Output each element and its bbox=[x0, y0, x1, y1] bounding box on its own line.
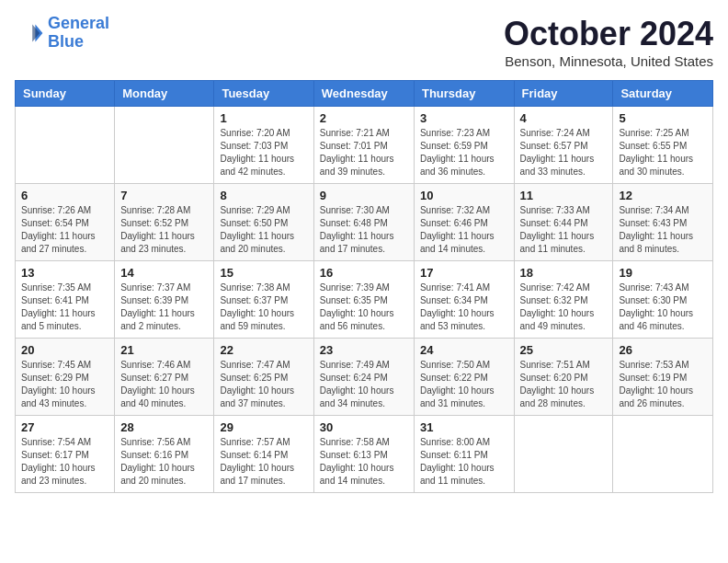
calendar-cell: 24Sunrise: 7:50 AM Sunset: 6:22 PM Dayli… bbox=[414, 339, 514, 416]
cell-info: Sunrise: 7:34 AM Sunset: 6:43 PM Dayligh… bbox=[619, 204, 707, 256]
calendar-cell: 11Sunrise: 7:33 AM Sunset: 6:44 PM Dayli… bbox=[514, 184, 613, 261]
cell-info: Sunrise: 7:39 AM Sunset: 6:35 PM Dayligh… bbox=[320, 282, 408, 333]
logo: General Blue bbox=[15, 15, 109, 52]
day-number: 31 bbox=[420, 420, 508, 434]
day-number: 3 bbox=[420, 111, 508, 125]
cell-info: Sunrise: 8:00 AM Sunset: 6:11 PM Dayligh… bbox=[420, 436, 508, 488]
calendar-week-row: 20Sunrise: 7:45 AM Sunset: 6:29 PM Dayli… bbox=[16, 339, 713, 416]
day-number: 15 bbox=[220, 266, 307, 280]
logo-line1: General bbox=[48, 14, 109, 32]
calendar-cell: 30Sunrise: 7:58 AM Sunset: 6:13 PM Dayli… bbox=[313, 416, 414, 493]
calendar-cell: 21Sunrise: 7:46 AM Sunset: 6:27 PM Dayli… bbox=[115, 339, 214, 416]
cell-info: Sunrise: 7:46 AM Sunset: 6:27 PM Dayligh… bbox=[120, 359, 208, 410]
cell-info: Sunrise: 7:43 AM Sunset: 6:30 PM Dayligh… bbox=[619, 282, 707, 333]
calendar-cell: 20Sunrise: 7:45 AM Sunset: 6:29 PM Dayli… bbox=[16, 339, 115, 416]
weekday-header: Monday bbox=[115, 81, 214, 107]
day-number: 23 bbox=[320, 343, 408, 357]
title-block: October 2024 Benson, Minnesota, United S… bbox=[504, 15, 713, 69]
cell-info: Sunrise: 7:42 AM Sunset: 6:32 PM Dayligh… bbox=[520, 282, 608, 333]
calendar-cell: 4Sunrise: 7:24 AM Sunset: 6:57 PM Daylig… bbox=[514, 107, 613, 184]
calendar-cell: 25Sunrise: 7:51 AM Sunset: 6:20 PM Dayli… bbox=[514, 339, 613, 416]
cell-info: Sunrise: 7:24 AM Sunset: 6:57 PM Dayligh… bbox=[520, 127, 608, 178]
cell-info: Sunrise: 7:21 AM Sunset: 7:01 PM Dayligh… bbox=[320, 127, 408, 178]
cell-info: Sunrise: 7:20 AM Sunset: 7:03 PM Dayligh… bbox=[220, 127, 307, 178]
cell-info: Sunrise: 7:33 AM Sunset: 6:44 PM Dayligh… bbox=[520, 204, 608, 256]
cell-info: Sunrise: 7:26 AM Sunset: 6:54 PM Dayligh… bbox=[21, 204, 108, 256]
day-number: 18 bbox=[520, 266, 608, 280]
day-number: 24 bbox=[420, 343, 508, 357]
cell-info: Sunrise: 7:45 AM Sunset: 6:29 PM Dayligh… bbox=[21, 359, 108, 410]
calendar-cell: 14Sunrise: 7:37 AM Sunset: 6:39 PM Dayli… bbox=[115, 261, 214, 339]
cell-info: Sunrise: 7:30 AM Sunset: 6:48 PM Dayligh… bbox=[320, 204, 408, 256]
calendar-header-row: SundayMondayTuesdayWednesdayThursdayFrid… bbox=[16, 81, 713, 107]
cell-info: Sunrise: 7:57 AM Sunset: 6:14 PM Dayligh… bbox=[220, 436, 307, 488]
location: Benson, Minnesota, United States bbox=[504, 53, 713, 69]
calendar-cell: 28Sunrise: 7:56 AM Sunset: 6:16 PM Dayli… bbox=[115, 416, 214, 493]
day-number: 10 bbox=[420, 189, 508, 202]
calendar-cell: 29Sunrise: 7:57 AM Sunset: 6:14 PM Dayli… bbox=[214, 416, 313, 493]
calendar-week-row: 13Sunrise: 7:35 AM Sunset: 6:41 PM Dayli… bbox=[16, 261, 713, 339]
day-number: 21 bbox=[120, 343, 208, 357]
cell-info: Sunrise: 7:49 AM Sunset: 6:24 PM Dayligh… bbox=[320, 359, 408, 410]
day-number: 6 bbox=[21, 189, 108, 202]
cell-info: Sunrise: 7:58 AM Sunset: 6:13 PM Dayligh… bbox=[320, 436, 408, 488]
day-number: 19 bbox=[619, 266, 707, 280]
calendar-cell: 1Sunrise: 7:20 AM Sunset: 7:03 PM Daylig… bbox=[214, 107, 313, 184]
cell-info: Sunrise: 7:25 AM Sunset: 6:55 PM Dayligh… bbox=[619, 127, 707, 178]
calendar-cell: 16Sunrise: 7:39 AM Sunset: 6:35 PM Dayli… bbox=[313, 261, 414, 339]
calendar-cell: 31Sunrise: 8:00 AM Sunset: 6:11 PM Dayli… bbox=[414, 416, 514, 493]
calendar-cell: 10Sunrise: 7:32 AM Sunset: 6:46 PM Dayli… bbox=[414, 184, 514, 261]
weekday-header: Friday bbox=[514, 81, 613, 107]
weekday-header: Tuesday bbox=[214, 81, 313, 107]
weekday-header: Thursday bbox=[414, 81, 514, 107]
weekday-header: Saturday bbox=[613, 81, 713, 107]
day-number: 30 bbox=[320, 420, 408, 434]
calendar-cell: 13Sunrise: 7:35 AM Sunset: 6:41 PM Dayli… bbox=[16, 261, 115, 339]
day-number: 7 bbox=[120, 189, 208, 202]
day-number: 16 bbox=[320, 266, 408, 280]
month-title: October 2024 bbox=[504, 15, 713, 53]
day-number: 1 bbox=[220, 111, 307, 125]
calendar-cell bbox=[613, 416, 713, 493]
logo-text: General Blue bbox=[48, 15, 109, 52]
day-number: 17 bbox=[420, 266, 508, 280]
calendar-cell: 22Sunrise: 7:47 AM Sunset: 6:25 PM Dayli… bbox=[214, 339, 313, 416]
cell-info: Sunrise: 7:56 AM Sunset: 6:16 PM Dayligh… bbox=[120, 436, 208, 488]
day-number: 4 bbox=[520, 111, 608, 125]
cell-info: Sunrise: 7:35 AM Sunset: 6:41 PM Dayligh… bbox=[21, 282, 108, 333]
day-number: 26 bbox=[619, 343, 707, 357]
calendar-cell bbox=[115, 107, 214, 184]
weekday-header: Sunday bbox=[16, 81, 115, 107]
calendar-cell: 2Sunrise: 7:21 AM Sunset: 7:01 PM Daylig… bbox=[313, 107, 414, 184]
day-number: 9 bbox=[320, 189, 408, 202]
logo-line2: Blue bbox=[48, 33, 109, 52]
cell-info: Sunrise: 7:38 AM Sunset: 6:37 PM Dayligh… bbox=[220, 282, 307, 333]
calendar-cell bbox=[16, 107, 115, 184]
calendar-cell: 23Sunrise: 7:49 AM Sunset: 6:24 PM Dayli… bbox=[313, 339, 414, 416]
page-header: General Blue October 2024 Benson, Minnes… bbox=[15, 15, 713, 69]
cell-info: Sunrise: 7:29 AM Sunset: 6:50 PM Dayligh… bbox=[220, 204, 307, 256]
calendar-cell: 5Sunrise: 7:25 AM Sunset: 6:55 PM Daylig… bbox=[613, 107, 713, 184]
cell-info: Sunrise: 7:54 AM Sunset: 6:17 PM Dayligh… bbox=[21, 436, 108, 488]
calendar-cell: 12Sunrise: 7:34 AM Sunset: 6:43 PM Dayli… bbox=[613, 184, 713, 261]
day-number: 29 bbox=[220, 420, 307, 434]
cell-info: Sunrise: 7:28 AM Sunset: 6:52 PM Dayligh… bbox=[120, 204, 208, 256]
day-number: 11 bbox=[520, 189, 608, 202]
calendar-cell: 18Sunrise: 7:42 AM Sunset: 6:32 PM Dayli… bbox=[514, 261, 613, 339]
cell-info: Sunrise: 7:53 AM Sunset: 6:19 PM Dayligh… bbox=[619, 359, 707, 410]
calendar-cell: 7Sunrise: 7:28 AM Sunset: 6:52 PM Daylig… bbox=[115, 184, 214, 261]
calendar-week-row: 6Sunrise: 7:26 AM Sunset: 6:54 PM Daylig… bbox=[16, 184, 713, 261]
day-number: 28 bbox=[120, 420, 208, 434]
day-number: 8 bbox=[220, 189, 307, 202]
calendar-cell bbox=[514, 416, 613, 493]
cell-info: Sunrise: 7:32 AM Sunset: 6:46 PM Dayligh… bbox=[420, 204, 508, 256]
cell-info: Sunrise: 7:23 AM Sunset: 6:59 PM Dayligh… bbox=[420, 127, 508, 178]
cell-info: Sunrise: 7:37 AM Sunset: 6:39 PM Dayligh… bbox=[120, 282, 208, 333]
calendar-week-row: 27Sunrise: 7:54 AM Sunset: 6:17 PM Dayli… bbox=[16, 416, 713, 493]
calendar-cell: 17Sunrise: 7:41 AM Sunset: 6:34 PM Dayli… bbox=[414, 261, 514, 339]
calendar-cell: 27Sunrise: 7:54 AM Sunset: 6:17 PM Dayli… bbox=[16, 416, 115, 493]
calendar-week-row: 1Sunrise: 7:20 AM Sunset: 7:03 PM Daylig… bbox=[16, 107, 713, 184]
day-number: 12 bbox=[619, 189, 707, 202]
logo-icon bbox=[15, 18, 44, 48]
calendar-cell: 3Sunrise: 7:23 AM Sunset: 6:59 PM Daylig… bbox=[414, 107, 514, 184]
